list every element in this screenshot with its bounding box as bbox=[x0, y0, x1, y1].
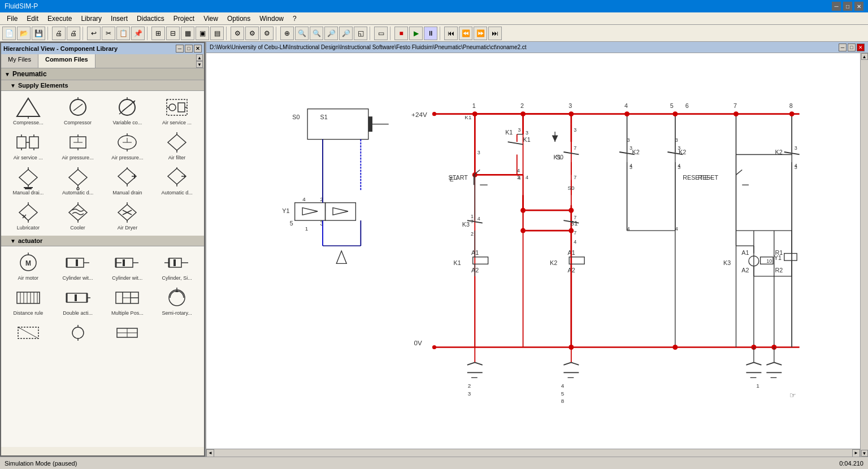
comp-cylinder-2[interactable]: Cylinder wit... bbox=[103, 249, 153, 284]
comp-multiple-pos[interactable]: Multiple Pos... bbox=[103, 284, 153, 319]
close-button[interactable]: ✕ bbox=[854, 2, 863, 11]
tab-my-files[interactable]: My Files bbox=[1, 54, 38, 68]
tb-zoom-100[interactable]: 🔍 bbox=[310, 27, 323, 40]
svg-marker-40 bbox=[69, 170, 87, 185]
tb-zoom-region[interactable]: ◱ bbox=[354, 27, 367, 40]
tb-zoom-fit[interactable]: ⊕ bbox=[280, 27, 294, 40]
menu-file[interactable]: File bbox=[2, 14, 22, 24]
comp-air-dryer[interactable]: Air Dryer bbox=[103, 198, 153, 233]
minimize-button[interactable]: ─ bbox=[832, 2, 841, 11]
scroll-right-btn[interactable]: ► bbox=[852, 449, 860, 457]
scroll-left-btn[interactable]: ◄ bbox=[206, 449, 214, 457]
tb-f3[interactable]: ⚙ bbox=[260, 27, 274, 40]
tb-fwd[interactable]: ⏭ bbox=[488, 27, 502, 40]
comp-manual-drain-2[interactable]: Manual drain bbox=[103, 163, 153, 198]
comp-compressor-1[interactable]: Compresse... bbox=[3, 93, 53, 128]
scroll-right[interactable]: ▲ ▼ bbox=[860, 53, 868, 457]
comp-air-pressure-2[interactable]: Air pressure... bbox=[103, 128, 153, 163]
schematic-area[interactable]: ▲ ▼ ◄ ► S0 S1 bbox=[206, 53, 868, 457]
lib-close-button[interactable]: ✕ bbox=[194, 45, 202, 53]
tb-align5[interactable]: ▤ bbox=[210, 27, 224, 40]
comp-cooler[interactable]: Cooler bbox=[53, 198, 103, 233]
tb-stop[interactable]: ■ bbox=[394, 27, 408, 40]
menu-execute[interactable]: Execute bbox=[43, 14, 76, 24]
comp-auto-drain-1[interactable]: Automatic d... bbox=[53, 163, 103, 198]
comp-compressor-2[interactable]: Compressor bbox=[53, 93, 103, 128]
tb-step-fwd[interactable]: ⏩ bbox=[474, 27, 487, 40]
tree-scroll-up[interactable]: ▲ bbox=[196, 54, 203, 61]
section-actuator[interactable]: ▼ actuator bbox=[1, 236, 204, 246]
tb-paste[interactable]: 📌 bbox=[131, 27, 145, 40]
tree-scroll-down[interactable]: ▼ bbox=[196, 61, 203, 68]
comp-unknown-3[interactable] bbox=[103, 319, 153, 348]
scroll-down-btn[interactable]: ▼ bbox=[861, 450, 868, 457]
menu-window[interactable]: Window bbox=[255, 14, 288, 24]
section-pneumatic[interactable]: ▼ Pneumatic bbox=[1, 68, 204, 80]
tb-print2[interactable]: 🖨 bbox=[67, 27, 80, 40]
schematic-title-controls[interactable]: ─ □ ✕ bbox=[839, 44, 865, 51]
menu-library[interactable]: Library bbox=[76, 14, 106, 24]
comp-distance-rule[interactable]: Distance rule bbox=[3, 284, 53, 319]
tb-undo[interactable]: ↩ bbox=[87, 27, 101, 40]
comp-auto-drain-2[interactable]: Automatic d... bbox=[152, 163, 202, 198]
tb-align3[interactable]: ▦ bbox=[181, 27, 194, 40]
schematic-minimize-button[interactable]: ─ bbox=[839, 44, 847, 51]
comp-manual-drain-1[interactable]: Manual drai... bbox=[3, 163, 53, 198]
tb-step-back[interactable]: ⏪ bbox=[459, 27, 472, 40]
comp-air-service-2[interactable]: Air service ... bbox=[3, 128, 53, 163]
tb-rew[interactable]: ⏮ bbox=[444, 27, 458, 40]
comp-air-filter[interactable]: Air filter bbox=[152, 128, 202, 163]
comp-air-service-1[interactable]: Air service ... bbox=[152, 93, 202, 128]
comp-air-motor[interactable]: M Air motor bbox=[3, 249, 53, 284]
maximize-button[interactable]: □ bbox=[843, 2, 852, 11]
tb-align1[interactable]: ⊞ bbox=[151, 27, 165, 40]
tb-zoom-in[interactable]: 🔍 bbox=[295, 27, 309, 40]
menu-view[interactable]: View bbox=[199, 14, 223, 24]
schematic-restore-button[interactable]: □ bbox=[848, 44, 856, 51]
title-bar-controls[interactable]: ─ □ ✕ bbox=[832, 2, 863, 11]
svg-text:3: 3 bbox=[678, 145, 680, 151]
menu-insert[interactable]: Insert bbox=[106, 14, 132, 24]
tb-align4[interactable]: ▣ bbox=[196, 27, 209, 40]
comp-semi-rotary[interactable]: Semi-rotary... bbox=[152, 284, 202, 319]
comp-variable-compressor[interactable]: Variable co... bbox=[103, 93, 153, 128]
comp-unknown-2[interactable] bbox=[53, 319, 103, 348]
tb-pause[interactable]: ⏸ bbox=[424, 27, 437, 40]
menu-edit[interactable]: Edit bbox=[22, 14, 43, 24]
comp-manual-drain-1-label: Manual drai... bbox=[13, 190, 44, 196]
tb-align2[interactable]: ⊟ bbox=[166, 27, 180, 40]
schematic-title-bar: D:\Work\University of Cebu-LM\Instructio… bbox=[206, 42, 868, 53]
menu-options[interactable]: Options bbox=[223, 14, 255, 24]
tb-open[interactable]: 📂 bbox=[17, 27, 31, 40]
tb-play[interactable]: ▶ bbox=[409, 27, 423, 40]
tree-content[interactable]: ▼ Pneumatic ▼ Supply Elements bbox=[1, 68, 204, 447]
tab-common-files[interactable]: Common Files bbox=[38, 54, 96, 68]
scroll-bottom[interactable]: ◄ ► bbox=[206, 449, 860, 457]
comp-cylinder-3[interactable]: Cylinder, Si... bbox=[152, 249, 202, 284]
lib-minimize-button[interactable]: ─ bbox=[176, 45, 184, 53]
tb-new[interactable]: 📄 bbox=[2, 27, 16, 40]
comp-air-pressure-1[interactable]: Air pressure... bbox=[53, 128, 103, 163]
comp-double-acting[interactable]: Double acti... bbox=[53, 284, 103, 319]
comp-lubricator[interactable]: Lubricator bbox=[3, 198, 53, 233]
tb-save[interactable]: 💾 bbox=[32, 27, 45, 40]
menu-help[interactable]: ? bbox=[288, 14, 301, 24]
comp-unknown-1[interactable] bbox=[3, 319, 53, 348]
tb-zoom-out2[interactable]: 🔎 bbox=[339, 27, 353, 40]
tb-copy[interactable]: 📋 bbox=[116, 27, 130, 40]
lib-restore-button[interactable]: □ bbox=[185, 45, 193, 53]
section-supply-elements[interactable]: ▼ Supply Elements bbox=[1, 80, 204, 91]
svg-rect-93 bbox=[75, 294, 77, 301]
tb-zoom-out1[interactable]: 🔎 bbox=[324, 27, 338, 40]
comp-cylinder-1[interactable]: Cylinder wit... bbox=[53, 249, 103, 284]
library-title-controls[interactable]: ─ □ ✕ bbox=[176, 45, 202, 53]
tb-page[interactable]: ▭ bbox=[374, 27, 388, 40]
tb-f2[interactable]: ⚙ bbox=[245, 27, 259, 40]
schematic-close-button[interactable]: ✕ bbox=[857, 44, 865, 51]
tb-print[interactable]: 🖨 bbox=[52, 27, 66, 40]
tb-cut[interactable]: ✂ bbox=[102, 27, 115, 40]
menu-project[interactable]: Project bbox=[169, 14, 199, 24]
menu-didactics[interactable]: Didactics bbox=[132, 14, 169, 24]
scroll-up-btn[interactable]: ▲ bbox=[861, 53, 868, 60]
tb-f1[interactable]: ⚙ bbox=[231, 27, 244, 40]
